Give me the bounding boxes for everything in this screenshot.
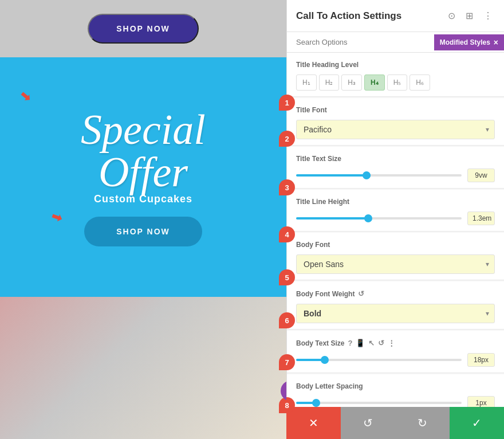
- title-line-height-slider-row: 1.3em: [296, 211, 495, 225]
- title-text-size-group: Title Text Size 9vw: [287, 147, 504, 189]
- body-text-size-slider-row: 18px: [296, 353, 495, 367]
- more-options-icon[interactable]: ⋮: [481, 8, 495, 23]
- body-text-size-group: Body Text Size ? 📱 ↖ ↺ ⋮ 18px: [287, 331, 504, 373]
- panel-content: Title Heading Level H₁ H₂ H₃ H₄ H₅ H₆ Ti…: [287, 53, 504, 439]
- badge-7: 7: [279, 354, 295, 370]
- shop-now-blue-button[interactable]: SHOP NOW: [84, 217, 202, 246]
- body-font-select-wrapper: Open Sans Roboto Pacifico ▾: [296, 254, 495, 274]
- confirm-button[interactable]: ✓: [450, 407, 504, 439]
- title-font-select-wrapper: Pacifico Open Sans Roboto ▾: [296, 120, 495, 139]
- heading-h3[interactable]: H₃: [341, 75, 362, 91]
- right-panel: Call To Action Settings ⊙ ⊞ ⋮ Modified S…: [286, 0, 504, 439]
- title-text-size-slider[interactable]: [296, 174, 462, 177]
- body-text-size-reset-icon[interactable]: ↺: [378, 339, 384, 347]
- body-text-size-mobile-icon[interactable]: 📱: [356, 339, 365, 347]
- heading-h4[interactable]: H₄: [364, 75, 385, 91]
- grid-icon[interactable]: ⊞: [463, 8, 475, 23]
- top-gray-section: SHOP NOW: [0, 0, 286, 57]
- body-font-label: Body Font: [296, 241, 495, 249]
- modified-styles-close[interactable]: ×: [494, 38, 498, 47]
- title-line-height-group: Title Line Height 1.3em: [287, 190, 504, 232]
- body-font-group: Body Font Open Sans Roboto Pacifico ▾: [287, 233, 504, 280]
- badge-4: 4: [279, 226, 295, 242]
- heading-buttons: H₁ H₂ H₃ H₄ H₅ H₆: [296, 75, 495, 91]
- heading-h6[interactable]: H₆: [410, 75, 430, 91]
- title-line-height-value: 1.3em: [467, 211, 495, 225]
- body-letter-spacing-label: Body Letter Spacing: [296, 382, 495, 390]
- badge-1: 1: [279, 95, 295, 111]
- redo-button[interactable]: ↻: [395, 407, 450, 439]
- header-icons: ⊙ ⊞ ⋮: [446, 8, 495, 23]
- special-offer-title: Special Offer: [81, 108, 206, 193]
- bottom-gray-section: [0, 297, 286, 439]
- body-text-size-cursor-icon[interactable]: ↖: [368, 339, 375, 347]
- badge-5: 5: [279, 269, 295, 285]
- body-font-weight-group: Body Font Weight ↺ Bold Normal Light ▾: [287, 281, 504, 330]
- modified-styles-label: Modified Styles: [440, 38, 490, 46]
- title-heading-level-group: Title Heading Level H₁ H₂ H₃ H₄ H₅ H₆: [287, 53, 504, 97]
- badge-3: 3: [279, 179, 295, 195]
- title-line-height-label: Title Line Height: [296, 198, 495, 206]
- undo-button[interactable]: ↺: [341, 407, 395, 439]
- heading-h5[interactable]: H₅: [387, 75, 408, 91]
- heading-h1[interactable]: H₁: [296, 75, 317, 91]
- bottom-action-bar: ✕ ↺ ↻ ✓: [286, 407, 504, 439]
- title-text-size-slider-row: 9vw: [296, 168, 495, 182]
- badge-6: 6: [279, 312, 295, 328]
- title-line-height-slider[interactable]: [296, 217, 462, 220]
- title-heading-level-label: Title Heading Level: [296, 61, 495, 69]
- body-text-size-value: 18px: [467, 353, 495, 367]
- body-font-weight-label: Body Font Weight ↺: [296, 289, 495, 298]
- badge-8: 8: [279, 397, 295, 413]
- title-text-size-value: 9vw: [467, 168, 495, 182]
- left-panel: SHOP NOW ➡ ➡ Special Offer Custom Cupcak…: [0, 0, 286, 439]
- screenshot-icon[interactable]: ⊙: [446, 8, 458, 23]
- heading-h2[interactable]: H₂: [319, 75, 340, 91]
- cancel-button[interactable]: ✕: [286, 407, 341, 439]
- search-bar-row: Modified Styles ×: [287, 32, 504, 53]
- title-font-label: Title Font: [296, 106, 495, 114]
- badge-2: 2: [279, 131, 295, 147]
- arrow-indicator-bottom: ➡: [49, 209, 64, 227]
- body-text-size-slider[interactable]: [296, 359, 462, 361]
- custom-cupcakes-text: Custom Cupcakes: [94, 193, 192, 205]
- body-letter-spacing-slider[interactable]: [296, 402, 462, 404]
- bottom-image: [0, 297, 286, 439]
- title-font-select[interactable]: Pacifico Open Sans Roboto: [296, 120, 495, 139]
- modified-styles-badge: Modified Styles ×: [434, 34, 504, 50]
- body-text-size-label: Body Text Size ? 📱 ↖ ↺ ⋮: [296, 339, 495, 347]
- body-font-weight-select[interactable]: Bold Normal Light: [296, 304, 495, 323]
- body-text-size-help-icon[interactable]: ?: [348, 339, 352, 347]
- arrow-indicator-top: ➡: [17, 87, 34, 105]
- search-input[interactable]: [287, 32, 434, 52]
- blue-section: ➡ ➡ Special Offer Custom Cupcakes SHOP N…: [0, 57, 286, 297]
- body-font-weight-reset-icon[interactable]: ↺: [358, 289, 364, 298]
- body-text-size-more-icon[interactable]: ⋮: [388, 339, 395, 347]
- body-font-weight-select-wrapper: Bold Normal Light ▾: [296, 304, 495, 323]
- panel-header: Call To Action Settings ⊙ ⊞ ⋮: [287, 0, 504, 32]
- body-font-select[interactable]: Open Sans Roboto Pacifico: [296, 254, 495, 274]
- shop-now-top-button[interactable]: SHOP NOW: [88, 14, 199, 44]
- title-text-size-label: Title Text Size: [296, 155, 495, 163]
- panel-title: Call To Action Settings: [296, 10, 446, 22]
- title-font-group: Title Font Pacifico Open Sans Roboto ▾: [287, 98, 504, 146]
